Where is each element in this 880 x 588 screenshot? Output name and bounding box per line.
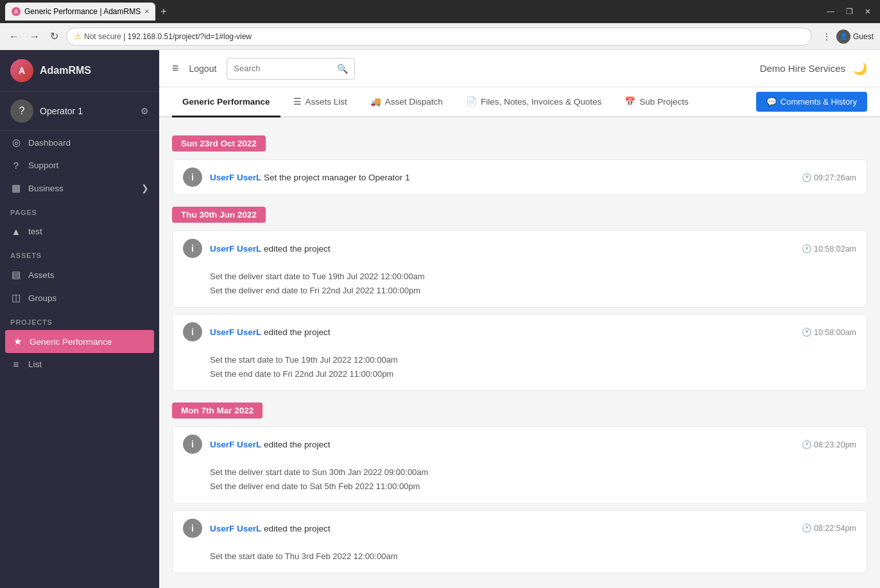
entry-action: edited the project [261,524,330,533]
browser-menu-button[interactable]: ⋮ [822,31,831,42]
minimize-button[interactable]: — [823,6,838,17]
sidebar-item-label: List [28,359,42,369]
sidebar-item-list[interactable]: ≡ List [0,353,159,376]
business-icon: ▦ [10,182,22,194]
tab-label: Files, Notes, Invoices & Quotes [481,97,601,107]
history-entry: iUserF UserL edited the project🕐 08:23:2… [172,426,867,503]
assets-icon: ▤ [10,269,22,281]
support-icon: ? [10,160,22,171]
date-badge: Mon 7th Mar 2022 [172,402,263,419]
refresh-button[interactable]: ↻ [47,29,61,44]
sidebar-item-label: Assets [28,270,55,280]
entry-body: Set the deliver start date to Tue 19th J… [173,266,867,307]
comments-history-button[interactable]: 💬 Comments & History [756,92,867,112]
maximize-button[interactable]: ❐ [842,6,857,17]
app-layout: A AdamRMS ? Operator 1 ⚙ ◎ Dashboard ? S… [0,50,880,588]
tab-files-notes[interactable]: 📄 Files, Notes, Invoices & Quotes [456,87,612,117]
search-box[interactable]: 🔍 [227,58,355,80]
entry-user: UserF UserL [210,327,261,337]
profile-button[interactable]: 👤 Guest [836,30,874,44]
test-icon: ▲ [10,226,22,237]
sidebar-item-dashboard[interactable]: ◎ Dashboard [0,131,159,154]
hamburger-icon[interactable]: ≡ [172,62,179,75]
sidebar: A AdamRMS ? Operator 1 ⚙ ◎ Dashboard ? S… [0,50,159,588]
entry-time: 🕐 09:27:26am [802,173,857,182]
sidebar-item-business[interactable]: ▦ Business ❯ [0,177,159,200]
entry-user: UserF UserL [210,524,261,533]
tab-generic-performance[interactable]: Generic Performance [172,88,280,117]
nav-right-controls: ⋮ 👤 Guest [822,30,874,44]
chevron-right-icon: ❯ [141,183,149,193]
history-entry: iUserF UserL Set the project manager to … [172,159,867,195]
new-tab-button[interactable]: + [160,6,166,17]
forward-button[interactable]: → [27,30,42,44]
url-secure-label: Not secure [84,32,121,41]
entry-user: UserF UserL [210,440,261,449]
tab-title: Generic Performance | AdamRMS [24,7,141,16]
entry-text: UserF UserL Set the project manager to O… [210,172,410,182]
dispatch-icon: 🚚 [370,96,381,107]
history-entry: iUserF UserL edited the project🕐 10:58:0… [172,230,867,307]
nav-bar: ← → ↻ ⚠ Not secure | 192.168.0.51/projec… [0,23,880,50]
user-name: Operator 1 [40,106,83,116]
sidebar-user: ? Operator 1 ⚙ [0,92,159,131]
tab-label: Assets List [306,97,347,107]
history-entry: iUserF UserL edited the project🕐 08:22:5… [172,510,867,573]
entry-body: Set the start date to Thu 3rd Feb 2022 1… [173,546,867,573]
search-input[interactable] [234,64,333,73]
entry-user: UserF UserL [210,173,261,182]
tab-label: Sub Projects [639,97,689,107]
browser-tab[interactable]: A Generic Performance | AdamRMS × [5,3,155,21]
sidebar-item-groups[interactable]: ◫ Groups [0,286,159,309]
entry-body: Set the start date to Tue 19th Jul 2022 … [173,349,867,390]
entry-action: edited the project [261,244,330,254]
sidebar-item-assets[interactable]: ▤ Assets [0,263,159,286]
tab-asset-dispatch[interactable]: 🚚 Asset Dispatch [360,87,453,117]
groups-icon: ◫ [10,292,22,304]
date-badge: Thu 30th Jun 2022 [172,207,266,223]
search-icon: 🔍 [337,64,348,74]
sidebar-item-label: test [28,227,42,236]
sidebar-item-support[interactable]: ? Support [0,154,159,177]
back-button[interactable]: ← [6,30,22,44]
info-icon: i [183,239,202,258]
close-button[interactable]: ✕ [861,6,875,17]
entry-header: iUserF UserL edited the project🕐 10:58:0… [173,315,867,349]
profile-label: Guest [853,32,874,41]
logout-link[interactable]: Logout [189,64,217,74]
entry-detail: Set the deliver end date to Fri 22nd Jul… [210,284,829,298]
entry-detail: Set the deliver start date to Sun 30th J… [210,465,829,480]
sidebar-item-label: Business [28,184,64,193]
list-icon: ≡ [10,359,22,370]
entry-action: Set the project manager to Operator 1 [261,173,410,182]
entry-detail: Set the end date to Fri 22nd Jul 2022 11… [210,367,829,381]
comments-icon: 💬 [766,97,777,107]
dark-mode-toggle[interactable]: 🌙 [853,62,867,76]
tab-close-btn[interactable]: × [144,7,149,16]
pages-section-label: PAGES [0,200,159,220]
entry-detail: Set the deliver start date to Tue 19th J… [210,270,829,284]
assets-list-icon: ☰ [293,96,302,107]
gear-icon[interactable]: ⚙ [141,106,149,116]
sidebar-item-label: Groups [28,293,56,303]
sidebar-item-test[interactable]: ▲ test [0,220,159,243]
dashboard-icon: ◎ [10,137,22,148]
sidebar-item-label: Dashboard [28,138,71,148]
entry-text: UserF UserL edited the project [210,523,331,533]
tab-favicon: A [12,7,21,16]
sub-projects-icon: 📅 [625,96,635,107]
sidebar-item-generic-performance[interactable]: ★ Generic Performance [5,330,154,353]
star-icon: ★ [12,336,23,347]
content-area: Sun 23rd Oct 2022iUserF UserL Set the pr… [159,117,880,588]
tab-assets-list[interactable]: ☰ Assets List [283,87,358,117]
files-icon: 📄 [466,96,477,107]
entry-body: Set the deliver start date to Sun 30th J… [173,462,867,503]
window-controls: — ❐ ✕ [823,6,875,17]
tab-sub-projects[interactable]: 📅 Sub Projects [614,87,699,117]
sidebar-item-label: Generic Performance [30,337,112,347]
address-bar[interactable]: ⚠ Not secure | 192.168.0.51/project/?id=… [66,28,812,46]
date-badge: Sun 23rd Oct 2022 [172,135,266,151]
tab-label: Asset Dispatch [385,97,443,107]
sidebar-item-left: ▦ Business [10,182,64,194]
tabs-bar: Generic Performance ☰ Assets List 🚚 Asse… [159,87,880,117]
